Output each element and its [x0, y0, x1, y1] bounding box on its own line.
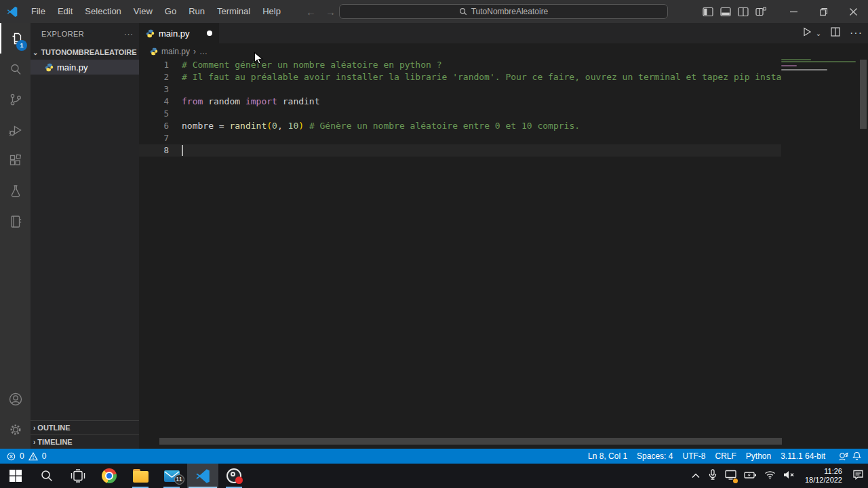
obs-taskbar-button[interactable]	[218, 464, 250, 488]
line-content: from random import randint	[182, 96, 320, 108]
minimap[interactable]	[781, 59, 858, 449]
code-line-6[interactable]: 6nombre = randint(0, 10) # Génère un nom…	[139, 120, 781, 132]
menu-edit[interactable]: Edit	[52, 0, 79, 23]
task-view-button[interactable]	[62, 464, 94, 488]
action-center-icon[interactable]	[852, 469, 864, 483]
tab-mainpy[interactable]: main.py	[139, 23, 219, 43]
obs-icon	[226, 468, 241, 483]
more-actions-icon[interactable]: ···	[850, 27, 863, 39]
file-row-mainpy[interactable]: main.py	[31, 60, 139, 75]
breadcrumb-file[interactable]: main.py	[161, 47, 190, 56]
timeline-panel-header[interactable]: › TIMELINE	[31, 434, 139, 449]
activity-notebook-icon[interactable]	[0, 206, 31, 237]
line-content: nombre = randint(0, 10) # Génère un nomb…	[182, 120, 580, 132]
wifi-icon[interactable]	[764, 470, 776, 482]
battery-charging-icon[interactable]	[744, 470, 757, 482]
errors-icon[interactable]	[7, 452, 16, 461]
run-python-file-icon[interactable]	[802, 27, 812, 39]
breadcrumb-more[interactable]: …	[199, 47, 208, 56]
code-line-7[interactable]: 7	[139, 132, 781, 144]
split-editor-layout-icon[interactable]	[738, 7, 749, 17]
unsaved-changes-icon[interactable]	[207, 30, 212, 36]
nav-forward-icon[interactable]: →	[326, 6, 336, 18]
mail-taskbar-button[interactable]: 11	[156, 464, 187, 488]
menu-run[interactable]: Run	[182, 0, 211, 23]
chevron-right-icon: ›	[33, 424, 35, 432]
status-cursor-position[interactable]: Ln 8, Col 1	[583, 451, 632, 461]
menu-terminal[interactable]: Terminal	[211, 0, 256, 23]
explorer-badge: 1	[16, 40, 27, 51]
vscode-logo-icon	[6, 5, 18, 18]
line-number: 4	[139, 96, 182, 108]
folder-row[interactable]: ⌄ TUTONOMBREALEATOIRE	[31, 45, 139, 60]
activity-extensions-icon[interactable]	[0, 145, 31, 176]
line-number: 8	[139, 144, 182, 157]
tray-chevron-up-icon[interactable]	[691, 470, 701, 482]
status-indentation[interactable]: Spaces: 4	[632, 451, 677, 461]
activity-explorer-icon[interactable]: 1	[0, 23, 31, 54]
status-python-interpreter[interactable]: 3.11.1 64-bit	[776, 451, 830, 461]
clock-date: 18/12/2022	[805, 476, 842, 485]
display-capture-icon[interactable]	[725, 470, 736, 483]
warnings-icon[interactable]	[28, 452, 38, 461]
chrome-taskbar-button[interactable]	[94, 464, 125, 488]
notifications-bell-icon[interactable]	[852, 451, 861, 461]
code-line-5[interactable]: 5	[139, 108, 781, 120]
start-button[interactable]	[0, 464, 31, 488]
taskbar-clock[interactable]: 11:26 18/12/2022	[805, 467, 842, 485]
error-count[interactable]: 0	[20, 451, 24, 461]
vscode-icon	[195, 468, 211, 484]
activity-search-icon[interactable]	[0, 54, 31, 84]
settings-gear-icon[interactable]	[0, 414, 31, 445]
line-number: 1	[139, 59, 182, 71]
tab-label: main.py	[159, 28, 190, 39]
chevron-down-icon: ⌄	[33, 49, 38, 56]
nav-back-icon[interactable]: ←	[306, 6, 316, 18]
split-editor-icon[interactable]	[831, 27, 840, 39]
command-center-search[interactable]: TutoNombreAleatoire	[339, 4, 668, 19]
toggle-panel-icon[interactable]	[720, 7, 731, 17]
customize-layout-icon[interactable]	[755, 7, 766, 17]
feedback-icon[interactable]	[838, 452, 848, 461]
status-language-mode[interactable]: Python	[741, 451, 776, 461]
text-cursor	[182, 145, 183, 156]
close-button[interactable]	[838, 0, 868, 23]
code-line-3[interactable]: 3	[139, 83, 781, 96]
folder-name: TUTONOMBREALEATOIRE	[41, 48, 136, 56]
horizontal-scrollbar[interactable]	[159, 438, 782, 445]
menu-go[interactable]: Go	[159, 0, 182, 23]
explorer-more-actions-icon[interactable]: ···	[124, 30, 134, 38]
status-encoding[interactable]: UTF-8	[677, 451, 710, 461]
code-area[interactable]: 1# Comment générer un nombre aléatoire e…	[139, 59, 781, 449]
menu-file[interactable]: File	[25, 0, 52, 23]
activity-source-control-icon[interactable]	[0, 84, 31, 115]
menu-selection[interactable]: Selection	[79, 0, 127, 23]
minimize-button[interactable]	[778, 0, 808, 23]
activity-testing-icon[interactable]	[0, 176, 31, 206]
windows-taskbar: 11 11:26 18/12/2022	[0, 464, 868, 488]
outline-panel-header[interactable]: › OUTLINE	[31, 420, 139, 434]
run-dropdown-icon[interactable]: ⌄	[816, 30, 821, 37]
code-line-2[interactable]: 2# Il faut au préalable avoir installer …	[139, 71, 781, 83]
status-eol-sequence[interactable]: CRLF	[710, 451, 741, 461]
vscode-titlebar: FileEditSelectionViewGoRunTerminalHelp ←…	[0, 0, 868, 23]
vscode-taskbar-button[interactable]	[187, 464, 218, 488]
warning-count[interactable]: 0	[42, 451, 47, 461]
volume-muted-icon[interactable]	[783, 470, 795, 482]
microphone-icon[interactable]	[708, 469, 717, 483]
accounts-icon[interactable]	[0, 384, 31, 414]
chrome-icon	[102, 468, 117, 483]
code-line-4[interactable]: 4from random import randint	[139, 96, 781, 108]
file-explorer-taskbar-button[interactable]	[125, 464, 156, 488]
code-line-1[interactable]: 1# Comment générer un nombre aléatoire e…	[139, 59, 781, 71]
code-line-8[interactable]: 8	[139, 144, 781, 157]
menu-help[interactable]: Help	[256, 0, 287, 23]
restore-button[interactable]	[808, 0, 838, 23]
taskbar-search-button[interactable]	[31, 464, 62, 488]
activity-run-debug-icon[interactable]	[0, 115, 31, 145]
menu-view[interactable]: View	[127, 0, 159, 23]
editor-group: main.py ⌄ ··· main.py › … 1# Comment gén…	[139, 23, 868, 449]
breadcrumb[interactable]: main.py › …	[139, 43, 868, 59]
vertical-scrollbar[interactable]	[860, 60, 867, 129]
toggle-sidebar-icon[interactable]	[703, 7, 713, 17]
